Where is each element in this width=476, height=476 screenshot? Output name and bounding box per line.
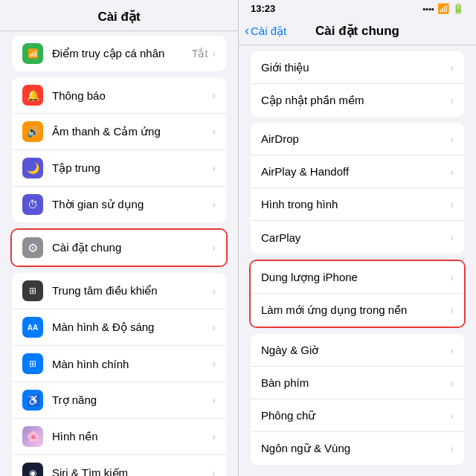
software-update-chevron: › bbox=[450, 94, 454, 106]
language-item[interactable]: Ngôn ngữ & Vùng › bbox=[251, 432, 464, 465]
right-scroll-area[interactable]: Giới thiệu › Cập nhật phần mềm › AirDrop… bbox=[239, 45, 476, 476]
left-title: Cài đặt bbox=[97, 10, 140, 24]
sounds-label: Âm thanh & Cảm ứng bbox=[52, 125, 212, 138]
display-chevron: › bbox=[212, 321, 216, 333]
general-group: ⚙ Cài đặt chung › bbox=[10, 228, 228, 267]
status-bar: 13:23 ▪▪▪▪ 📶 🔋 bbox=[239, 0, 476, 16]
control-center-chevron: › bbox=[212, 285, 216, 297]
focus-label: Tập trung bbox=[52, 161, 212, 175]
screen-time-icon: ⏱ bbox=[22, 194, 43, 215]
background-refresh-chevron: › bbox=[450, 304, 454, 316]
hotspot-chevron: › bbox=[212, 48, 216, 60]
focus-chevron: › bbox=[212, 162, 216, 174]
control-center-item[interactable]: ⊞ Trung tâm điều khiển › bbox=[12, 273, 226, 309]
siri-chevron: › bbox=[212, 467, 216, 476]
screen-time-chevron: › bbox=[212, 199, 216, 210]
software-update-item[interactable]: Cập nhật phần mềm › bbox=[251, 84, 464, 117]
airdrop-item[interactable]: AirDrop › bbox=[251, 123, 464, 155]
language-label: Ngôn ngữ & Vùng bbox=[261, 442, 450, 455]
about-item[interactable]: Giới thiệu › bbox=[251, 51, 464, 84]
notifications-item[interactable]: 🔔 Thông báo › bbox=[12, 77, 226, 114]
storage-item[interactable]: Dung lượng iPhone › bbox=[251, 261, 464, 294]
back-chevron-icon: ‹ bbox=[245, 23, 249, 39]
carplay-item[interactable]: CarPlay › bbox=[251, 221, 464, 254]
about-label: Giới thiệu bbox=[261, 61, 450, 74]
focus-icon: 🌙 bbox=[22, 158, 43, 178]
right-group-3: Dung lượng iPhone › Làm mới ứng dụng tro… bbox=[249, 260, 466, 328]
hotspot-item[interactable]: 📶 Điểm truy cập cá nhân Tắt › bbox=[12, 36, 226, 71]
wallpaper-chevron: › bbox=[212, 431, 216, 443]
notifications-icon: 🔔 bbox=[22, 85, 43, 106]
general-label: Cài đặt chung bbox=[52, 241, 212, 254]
background-refresh-item[interactable]: Làm mới ứng dụng trong nền › bbox=[251, 294, 464, 327]
group-3: ⊞ Trung tâm điều khiển › AA Màn hình & Đ… bbox=[12, 273, 226, 476]
right-title: Cài đặt chung bbox=[315, 23, 399, 39]
screen-time-item[interactable]: ⏱ Thời gian sử dụng › bbox=[12, 187, 226, 222]
general-item[interactable]: ⚙ Cài đặt chung › bbox=[12, 230, 226, 266]
about-chevron: › bbox=[450, 62, 454, 74]
control-center-label: Trung tâm điều khiển bbox=[52, 284, 212, 298]
right-group-4: Ngày & Giờ › Bàn phím › Phông chữ › Ngôn… bbox=[251, 334, 464, 465]
pip-item[interactable]: Hình trong hình › bbox=[251, 188, 464, 221]
carplay-label: CarPlay bbox=[261, 231, 450, 244]
keyboard-item[interactable]: Bàn phím › bbox=[251, 367, 464, 399]
screen-time-label: Thời gian sử dụng bbox=[52, 198, 212, 211]
airplay-label: AirPlay & Handoff bbox=[261, 165, 450, 178]
date-time-item[interactable]: Ngày & Giờ › bbox=[251, 334, 464, 367]
focus-item[interactable]: 🌙 Tập trung › bbox=[12, 150, 226, 187]
wallpaper-item[interactable]: 🌸 Hình nền › bbox=[12, 419, 226, 455]
display-item[interactable]: AA Màn hình & Độ sáng › bbox=[12, 309, 226, 346]
software-update-label: Cập nhật phần mềm bbox=[261, 94, 450, 107]
left-panel: Cài đặt 📶 Điểm truy cập cá nhân Tắt › bbox=[0, 0, 238, 476]
date-time-label: Ngày & Giờ bbox=[261, 344, 450, 357]
airdrop-label: AirDrop bbox=[261, 132, 450, 145]
wallpaper-icon: 🌸 bbox=[22, 426, 43, 447]
keyboard-label: Bàn phím bbox=[261, 376, 450, 389]
home-screen-item[interactable]: ⊞ Màn hình chính › bbox=[12, 346, 226, 382]
back-label: Cài đặt bbox=[251, 25, 286, 38]
language-chevron: › bbox=[450, 443, 454, 454]
siri-icon: ◉ bbox=[22, 463, 43, 476]
battery-icon: 🔋 bbox=[452, 3, 464, 14]
left-header: Cài đặt bbox=[0, 0, 238, 31]
notifications-label: Thông báo bbox=[52, 89, 212, 102]
right-panel: 13:23 ▪▪▪▪ 📶 🔋 ‹ Cài đặt Cài đặt chung G… bbox=[238, 0, 476, 476]
accessibility-label: Trợ năng bbox=[52, 393, 212, 407]
keyboard-chevron: › bbox=[450, 377, 454, 389]
back-button[interactable]: ‹ Cài đặt bbox=[245, 23, 286, 39]
accessibility-chevron: › bbox=[212, 394, 216, 406]
general-icon: ⚙ bbox=[22, 237, 43, 258]
fonts-item[interactable]: Phông chữ › bbox=[251, 399, 464, 432]
top-group: 📶 Điểm truy cập cá nhân Tắt › bbox=[12, 36, 226, 71]
accessibility-item[interactable]: ♿ Trợ năng › bbox=[12, 382, 226, 419]
pip-label: Hình trong hình bbox=[261, 198, 450, 210]
notifications-chevron: › bbox=[212, 89, 216, 101]
siri-label: Siri & Tìm kiếm bbox=[52, 466, 212, 476]
airplay-item[interactable]: AirPlay & Handoff › bbox=[251, 155, 464, 188]
group-1: 🔔 Thông báo › 🔊 Âm thanh & Cảm ứng › 🌙 bbox=[12, 77, 226, 222]
storage-chevron: › bbox=[450, 271, 454, 283]
control-center-icon: ⊞ bbox=[22, 280, 43, 301]
left-scroll-area[interactable]: 📶 Điểm truy cập cá nhân Tắt › 🔔 Thông bá… bbox=[0, 31, 238, 476]
airplay-chevron: › bbox=[450, 166, 454, 178]
fonts-chevron: › bbox=[450, 410, 454, 422]
hotspot-value: Tắt bbox=[192, 48, 208, 60]
sounds-icon: 🔊 bbox=[22, 121, 43, 142]
airdrop-chevron: › bbox=[450, 133, 454, 145]
right-group-2: AirDrop › AirPlay & Handoff › Hình trong… bbox=[251, 123, 464, 254]
signal-icon: ▪▪▪▪ bbox=[422, 4, 434, 13]
home-screen-chevron: › bbox=[212, 358, 216, 370]
date-time-chevron: › bbox=[450, 344, 454, 356]
status-icons: ▪▪▪▪ 📶 🔋 bbox=[422, 3, 464, 14]
storage-label: Dung lượng iPhone bbox=[261, 271, 450, 284]
sounds-item[interactable]: 🔊 Âm thanh & Cảm ứng › bbox=[12, 114, 226, 150]
home-screen-label: Màn hình chính bbox=[52, 358, 212, 370]
accessibility-icon: ♿ bbox=[22, 390, 43, 411]
home-screen-icon: ⊞ bbox=[22, 353, 43, 374]
general-chevron: › bbox=[212, 242, 216, 254]
siri-item[interactable]: ◉ Siri & Tìm kiếm › bbox=[12, 455, 226, 476]
wallpaper-label: Hình nền bbox=[52, 430, 212, 443]
status-time: 13:23 bbox=[251, 3, 275, 14]
right-header: ‹ Cài đặt Cài đặt chung bbox=[239, 16, 476, 45]
hotspot-label: Điểm truy cập cá nhân bbox=[52, 47, 192, 60]
